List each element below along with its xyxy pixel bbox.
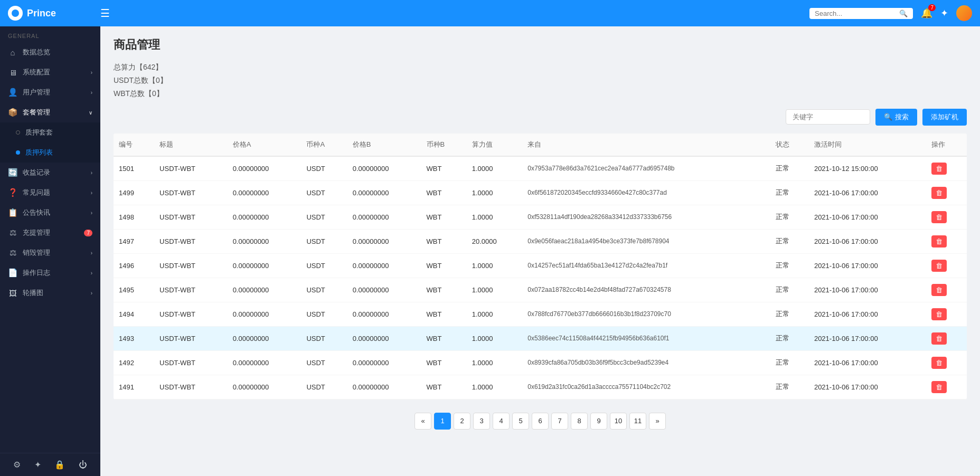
delete-button[interactable]: 🗑 — [931, 211, 947, 223]
sidebar-item-announcements[interactable]: 📋 公告快讯 › — [0, 203, 100, 223]
delete-button[interactable]: 🗑 — [931, 284, 947, 296]
page-btn-9[interactable]: 9 — [590, 413, 607, 430]
header-search-box[interactable]: 🔍 — [809, 8, 913, 19]
sidebar-item-package-mgmt[interactable]: 📦 套餐管理 ∨ — [0, 102, 100, 122]
sidebar-item-pledge-list[interactable]: 质押列表 — [0, 142, 100, 163]
search-icon[interactable]: 🔍 — [899, 9, 908, 17]
cell-price-b: 0.00000000 — [347, 205, 421, 229]
settings-bottom-icon[interactable]: ⚙ — [13, 460, 21, 470]
cell-activetime: 2021-10-06 17:00:00 — [809, 302, 926, 326]
cell-power: 1.0000 — [467, 326, 523, 350]
page-btn-11[interactable]: 11 — [629, 413, 646, 430]
cell-actions: 🗑 — [926, 156, 967, 181]
menu-toggle-icon[interactable]: ☰ — [100, 7, 110, 20]
page-btn-2[interactable]: 2 — [454, 413, 470, 430]
deposit-icon: ⚖ — [8, 228, 17, 237]
sidebar-item-operation-log[interactable]: 📄 操作日志 › — [0, 263, 100, 283]
cell-power: 1.0000 — [467, 278, 523, 302]
add-miner-button[interactable]: 添加矿机 — [922, 109, 967, 126]
deposit-badge: 7 — [84, 230, 92, 236]
table-row: 1494 USDT-WBT 0.00000000 USDT 0.00000000… — [114, 302, 967, 326]
cell-id: 1494 — [114, 302, 154, 326]
sidebar-item-faq[interactable]: ❓ 常见问题 › — [0, 183, 100, 203]
sidebar-label-log: 操作日志 — [23, 268, 50, 278]
sidebar-label-deposit: 充提管理 — [23, 228, 50, 237]
cell-title: USDT-WBT — [154, 180, 228, 205]
cell-activetime: 2021-10-06 17:00:00 — [809, 350, 926, 375]
cell-price-b: 0.00000000 — [347, 375, 421, 399]
sidebar-item-dashboard[interactable]: ⌂ 数据总览 — [0, 42, 100, 62]
sidebar-item-destroy-mgmt[interactable]: ⚖ 销毁管理 › — [0, 243, 100, 263]
user-avatar[interactable] — [956, 5, 972, 21]
table-row: 1493 USDT-WBT 0.00000000 USDT 0.00000000… — [114, 326, 967, 350]
home-icon: ⌂ — [8, 48, 17, 57]
page-btn-7[interactable]: 7 — [551, 413, 568, 430]
cell-status: 正常 — [770, 253, 809, 278]
delete-button[interactable]: 🗑 — [931, 357, 947, 369]
header-search-input[interactable] — [815, 9, 899, 17]
page-btn-10[interactable]: 10 — [610, 413, 627, 430]
sidebar-label-destroy: 销毁管理 — [23, 248, 50, 258]
delete-button[interactable]: 🗑 — [931, 308, 947, 320]
cell-id: 1495 — [114, 278, 154, 302]
cell-coin-a: USDT — [301, 229, 347, 253]
logo-icon — [8, 6, 23, 21]
table-row: 1498 USDT-WBT 0.00000000 USDT 0.00000000… — [114, 205, 967, 229]
cell-price-b: 0.00000000 — [347, 326, 421, 350]
page-btn-1[interactable]: 1 — [434, 413, 451, 430]
sidebar-item-earnings[interactable]: 🔄 收益记录 › — [0, 163, 100, 183]
announcement-icon: 📋 — [8, 208, 17, 217]
sidebar-item-system-config[interactable]: 🖥 系统配置 › — [0, 62, 100, 82]
cell-coin-a: USDT — [301, 350, 347, 375]
sidebar-item-deposit-mgmt[interactable]: ⚖ 充提管理 7 — [0, 223, 100, 243]
cell-activetime: 2021-10-06 17:00:00 — [809, 180, 926, 205]
stat-total-power: 总算力【642】 — [114, 61, 967, 74]
page-btn-5[interactable]: 5 — [512, 413, 529, 430]
cell-from: 0x5386eec74c11508a4f44215fb94956b636a610… — [522, 326, 770, 350]
tools-icon[interactable]: ✦ — [34, 460, 41, 470]
keyword-search-input[interactable] — [786, 109, 870, 125]
page-btn-3[interactable]: 3 — [473, 413, 490, 430]
settings-icon[interactable]: ✦ — [940, 7, 948, 19]
cell-power: 1.0000 — [467, 253, 523, 278]
main-layout: GENERAL ⌂ 数据总览 🖥 系统配置 › 👤 用户管理 › 📦 套餐管理 … — [0, 26, 980, 476]
page-btn-6[interactable]: 6 — [532, 413, 549, 430]
cell-price-a: 0.00000000 — [228, 229, 301, 253]
sidebar-label-carousel: 轮播图 — [23, 288, 43, 298]
cell-actions: 🗑 — [926, 278, 967, 302]
cell-title: USDT-WBT — [154, 375, 228, 399]
page-btn-4[interactable]: 4 — [493, 413, 510, 430]
sidebar-label-pledge-package: 质押套套 — [25, 128, 53, 137]
sidebar-item-pledge-package[interactable]: 质押套套 — [0, 122, 100, 142]
page-prev-btn[interactable]: « — [414, 413, 431, 430]
power-icon[interactable]: ⏻ — [79, 460, 87, 470]
cell-price-a: 0.00000000 — [228, 375, 301, 399]
page-next-btn[interactable]: » — [649, 413, 666, 430]
search-button[interactable]: 🔍 搜索 — [875, 109, 917, 126]
notification-bell[interactable]: 🔔 7 — [921, 7, 932, 19]
page-btn-8[interactable]: 8 — [571, 413, 588, 430]
cell-coin-b: WBT — [421, 205, 467, 229]
cell-price-a: 0.00000000 — [228, 326, 301, 350]
cell-price-a: 0.00000000 — [228, 156, 301, 181]
sidebar-item-user-mgmt[interactable]: 👤 用户管理 › — [0, 82, 100, 102]
cell-status: 正常 — [770, 205, 809, 229]
delete-button[interactable]: 🗑 — [931, 381, 947, 393]
cell-price-b: 0.00000000 — [347, 253, 421, 278]
delete-button[interactable]: 🗑 — [931, 187, 947, 199]
cell-id: 1492 — [114, 350, 154, 375]
cell-from: 0x788fcd76770eb377db6666016b3b1f8d23709c… — [522, 302, 770, 326]
sidebar-item-carousel[interactable]: 🖼 轮播图 › — [0, 283, 100, 303]
col-power: 算力值 — [467, 134, 523, 156]
chevron-right-icon: › — [91, 70, 92, 75]
cell-coin-a: USDT — [301, 180, 347, 205]
delete-button[interactable]: 🗑 — [931, 260, 947, 272]
chevron-down-icon-package: ∨ — [89, 110, 92, 116]
delete-button[interactable]: 🗑 — [931, 235, 947, 247]
delete-button[interactable]: 🗑 — [931, 163, 947, 175]
delete-button[interactable]: 🗑 — [931, 332, 947, 345]
lock-icon[interactable]: 🔒 — [54, 460, 65, 470]
cell-coin-b: WBT — [421, 229, 467, 253]
cell-power: 20.0000 — [467, 229, 523, 253]
cell-title: USDT-WBT — [154, 156, 228, 181]
